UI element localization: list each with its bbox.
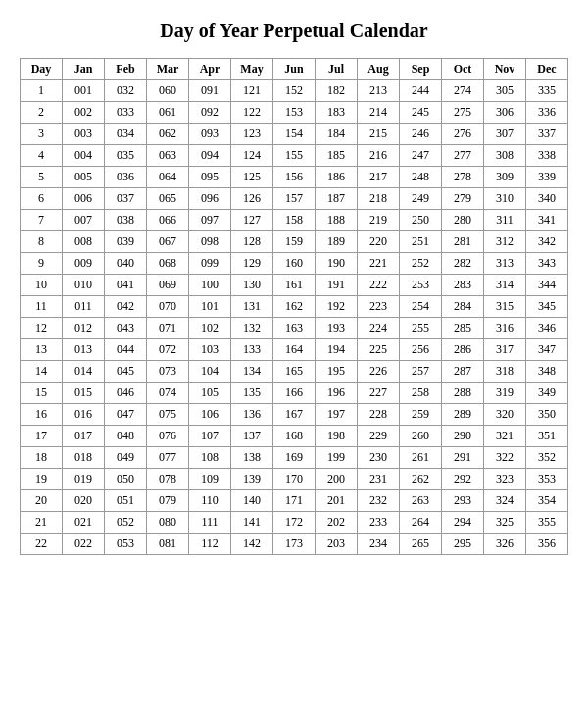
day-of-year-cell: 248: [400, 167, 442, 188]
day-of-year-cell: 216: [358, 145, 400, 167]
day-of-year-cell: 348: [526, 361, 568, 383]
column-header: Dec: [526, 59, 568, 80]
day-of-year-cell: 004: [63, 145, 105, 167]
day-of-year-cell: 091: [189, 80, 231, 102]
table-row: 6006037065096126157187218249279310340: [21, 188, 568, 210]
day-of-year-cell: 066: [147, 210, 189, 231]
column-header: Apr: [189, 59, 231, 80]
day-of-year-cell: 052: [105, 512, 147, 534]
day-of-year-cell: 336: [526, 102, 568, 124]
day-of-year-cell: 021: [63, 512, 105, 534]
column-header: Jun: [273, 59, 316, 80]
day-of-year-cell: 234: [358, 534, 400, 555]
day-of-year-cell: 139: [231, 469, 273, 490]
day-of-year-cell: 344: [526, 275, 568, 296]
day-cell: 12: [21, 318, 63, 339]
day-of-year-cell: 274: [442, 80, 484, 102]
day-of-year-cell: 349: [526, 383, 568, 404]
day-of-year-cell: 035: [105, 145, 147, 167]
day-of-year-cell: 227: [358, 383, 400, 404]
day-of-year-cell: 162: [273, 296, 316, 318]
day-of-year-cell: 312: [484, 231, 526, 253]
day-cell: 22: [21, 534, 63, 555]
day-of-year-cell: 262: [400, 469, 442, 490]
table-row: 22022053081112142173203234265295326356: [21, 534, 568, 555]
day-of-year-cell: 284: [442, 296, 484, 318]
day-of-year-cell: 316: [484, 318, 526, 339]
day-of-year-cell: 164: [273, 339, 316, 361]
day-cell: 20: [21, 490, 63, 512]
column-header: Nov: [484, 59, 526, 80]
day-of-year-cell: 160: [273, 253, 316, 275]
day-of-year-cell: 187: [316, 188, 358, 210]
day-of-year-cell: 009: [63, 253, 105, 275]
day-of-year-cell: 182: [316, 80, 358, 102]
day-of-year-cell: 142: [231, 534, 273, 555]
day-of-year-cell: 220: [358, 231, 400, 253]
day-of-year-cell: 173: [273, 534, 316, 555]
day-of-year-cell: 157: [273, 188, 316, 210]
day-of-year-cell: 172: [273, 512, 316, 534]
table-row: 15015046074105135166196227258288319349: [21, 383, 568, 404]
day-of-year-cell: 189: [316, 231, 358, 253]
day-of-year-cell: 074: [147, 383, 189, 404]
day-of-year-cell: 317: [484, 339, 526, 361]
day-of-year-cell: 232: [358, 490, 400, 512]
day-of-year-cell: 158: [273, 210, 316, 231]
day-of-year-cell: 010: [63, 275, 105, 296]
day-of-year-cell: 223: [358, 296, 400, 318]
day-of-year-cell: 049: [105, 447, 147, 469]
day-of-year-cell: 041: [105, 275, 147, 296]
day-of-year-cell: 225: [358, 339, 400, 361]
day-of-year-cell: 229: [358, 426, 400, 447]
day-of-year-cell: 290: [442, 426, 484, 447]
day-of-year-cell: 288: [442, 383, 484, 404]
day-of-year-cell: 007: [63, 210, 105, 231]
day-of-year-cell: 341: [526, 210, 568, 231]
day-of-year-cell: 265: [400, 534, 442, 555]
day-of-year-cell: 263: [400, 490, 442, 512]
day-of-year-cell: 069: [147, 275, 189, 296]
day-of-year-cell: 034: [105, 124, 147, 145]
day-of-year-cell: 169: [273, 447, 316, 469]
day-of-year-cell: 244: [400, 80, 442, 102]
column-header: Jul: [316, 59, 358, 80]
day-of-year-cell: 166: [273, 383, 316, 404]
day-of-year-cell: 279: [442, 188, 484, 210]
day-of-year-cell: 233: [358, 512, 400, 534]
column-header: Oct: [442, 59, 484, 80]
day-of-year-cell: 136: [231, 404, 273, 426]
day-of-year-cell: 252: [400, 253, 442, 275]
day-of-year-cell: 072: [147, 339, 189, 361]
day-of-year-cell: 338: [526, 145, 568, 167]
day-of-year-cell: 291: [442, 447, 484, 469]
day-cell: 11: [21, 296, 63, 318]
day-of-year-cell: 287: [442, 361, 484, 383]
day-of-year-cell: 293: [442, 490, 484, 512]
page-title: Day of Year Perpetual Calendar: [20, 20, 568, 42]
day-of-year-cell: 258: [400, 383, 442, 404]
day-of-year-cell: 099: [189, 253, 231, 275]
day-of-year-cell: 226: [358, 361, 400, 383]
day-of-year-cell: 323: [484, 469, 526, 490]
day-of-year-cell: 067: [147, 231, 189, 253]
day-of-year-cell: 033: [105, 102, 147, 124]
table-row: 9009040068099129160190221252282313343: [21, 253, 568, 275]
day-of-year-cell: 199: [316, 447, 358, 469]
day-of-year-cell: 186: [316, 167, 358, 188]
day-of-year-cell: 141: [231, 512, 273, 534]
day-cell: 6: [21, 188, 63, 210]
day-of-year-cell: 295: [442, 534, 484, 555]
day-of-year-cell: 111: [189, 512, 231, 534]
day-of-year-cell: 071: [147, 318, 189, 339]
day-of-year-cell: 076: [147, 426, 189, 447]
column-header: Mar: [147, 59, 189, 80]
day-of-year-cell: 306: [484, 102, 526, 124]
day-of-year-cell: 305: [484, 80, 526, 102]
day-of-year-cell: 193: [316, 318, 358, 339]
day-of-year-cell: 347: [526, 339, 568, 361]
day-cell: 17: [21, 426, 63, 447]
day-of-year-cell: 003: [63, 124, 105, 145]
day-of-year-cell: 249: [400, 188, 442, 210]
day-of-year-cell: 354: [526, 490, 568, 512]
